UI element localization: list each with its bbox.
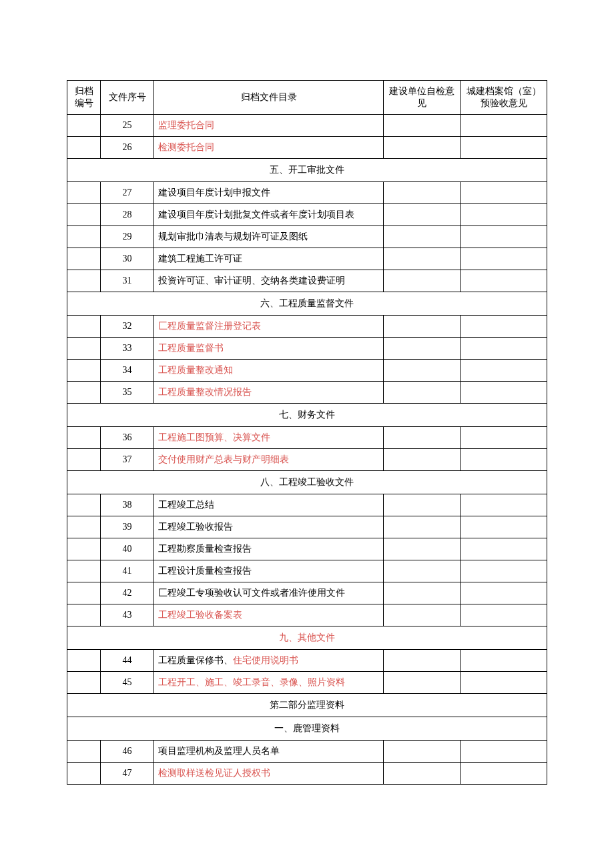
cell-seq: 47 xyxy=(101,763,154,785)
cell-seq: 32 xyxy=(101,316,154,338)
cell-filename: 工程竣工验收报告 xyxy=(154,516,384,538)
table-row: 41工程设计质量检查报告 xyxy=(67,560,547,582)
cell-inspect xyxy=(384,582,460,604)
page: 归档编号 文件序号 归档文件目录 建设单位自检意见 城建档案馆（室）预验收意见 … xyxy=(0,0,614,851)
cell-inspect xyxy=(384,360,460,382)
table-row: 30建筑工程施工许可证 xyxy=(67,248,547,270)
col-header-seq: 文件序号 xyxy=(101,81,154,115)
table-row: 43工程竣工验收备案表 xyxy=(67,604,547,626)
table-header-row: 归档编号 文件序号 归档文件目录 建设单位自检意见 城建档案馆（室）预验收意见 xyxy=(67,81,547,115)
cell-accept xyxy=(460,449,547,471)
table-row: 46项目监理机构及监理人员名单 xyxy=(67,741,547,763)
cell-inspect xyxy=(384,650,460,672)
table-row: 47检测取样送检见证人授权书 xyxy=(67,763,547,785)
cell-inspect xyxy=(384,538,460,560)
table-row: 27建设项目年度计划申报文件 xyxy=(67,182,547,204)
cell-filename: 规划审批巾清表与规划许可证及图纸 xyxy=(154,226,384,248)
cell-seq: 44 xyxy=(101,650,154,672)
cell-filename: 检测取样送检见证人授权书 xyxy=(154,763,384,785)
col-header-inspect: 建设单位自检意见 xyxy=(384,81,460,115)
text-fragment: 工程质量保修书、 xyxy=(158,655,233,665)
cell-inspect xyxy=(384,338,460,360)
cell-accept xyxy=(460,494,547,516)
section-title: 九、其他文件 xyxy=(67,626,547,650)
cell-seq: 41 xyxy=(101,560,154,582)
section-row: 第二部分监理资料 xyxy=(67,694,547,717)
table-row: 31投资许可证、审计证明、交纳各类建设费证明 xyxy=(67,270,547,292)
cell-seq: 34 xyxy=(101,360,154,382)
cell-accept xyxy=(460,338,547,360)
cell-inspect xyxy=(384,763,460,785)
cell-filename: 监理委托合同 xyxy=(154,115,384,137)
cell-accept xyxy=(460,582,547,604)
cell-archive-id xyxy=(67,338,101,360)
cell-seq: 35 xyxy=(101,382,154,404)
cell-filename: 工程竣工总结 xyxy=(154,494,384,516)
cell-filename: 工程开工、施工、竣工录音、录像、照片资料 xyxy=(154,672,384,694)
cell-inspect xyxy=(384,182,460,204)
cell-archive-id xyxy=(67,248,101,270)
cell-archive-id xyxy=(67,427,101,449)
cell-accept xyxy=(460,516,547,538)
section-row: 五、开工审批文件 xyxy=(67,159,547,182)
cell-accept xyxy=(460,763,547,785)
cell-filename: 投资许可证、审计证明、交纳各类建设费证明 xyxy=(154,270,384,292)
table-row: 34工程质量整改通知 xyxy=(67,360,547,382)
table-row: 35工程质量整改情况报告 xyxy=(67,382,547,404)
cell-archive-id xyxy=(67,538,101,560)
cell-archive-id xyxy=(67,741,101,763)
cell-filename: 交付使用财产总表与财产明细表 xyxy=(154,449,384,471)
table-body: 25监理委托合同26检测委托合同五、开工审批文件27建设项目年度计划申报文件28… xyxy=(67,115,547,785)
cell-accept xyxy=(460,650,547,672)
section-title: 七、财务文件 xyxy=(67,404,547,427)
cell-archive-id xyxy=(67,494,101,516)
cell-archive-id xyxy=(67,115,101,137)
cell-accept xyxy=(460,182,547,204)
text-fragment: 住宅使用说明书 xyxy=(233,655,298,665)
section-row: 六、工程质量监督文件 xyxy=(67,292,547,316)
section-title: 第二部分监理资料 xyxy=(67,694,547,717)
cell-filename: 检测委托合同 xyxy=(154,137,384,159)
cell-archive-id xyxy=(67,763,101,785)
cell-archive-id xyxy=(67,316,101,338)
cell-archive-id xyxy=(67,582,101,604)
section-title: 六、工程质量监督文件 xyxy=(67,292,547,316)
cell-filename: 匚程竣工专项验收认可文件或者准许使用文件 xyxy=(154,582,384,604)
table-row: 25监理委托合同 xyxy=(67,115,547,137)
cell-seq: 42 xyxy=(101,582,154,604)
cell-seq: 26 xyxy=(101,137,154,159)
cell-inspect xyxy=(384,204,460,226)
cell-archive-id xyxy=(67,449,101,471)
cell-archive-id xyxy=(67,560,101,582)
cell-inspect xyxy=(384,494,460,516)
col-header-accept: 城建档案馆（室）预验收意见 xyxy=(460,81,547,115)
cell-archive-id xyxy=(67,270,101,292)
table-row: 29规划审批巾清表与规划许可证及图纸 xyxy=(67,226,547,248)
table-row: 36工程施工图预算、决算文件 xyxy=(67,427,547,449)
cell-filename: 工程施工图预算、决算文件 xyxy=(154,427,384,449)
cell-seq: 40 xyxy=(101,538,154,560)
cell-filename: 工程设计质量检查报告 xyxy=(154,560,384,582)
section-row: 八、工程竣工验收文件 xyxy=(67,471,547,494)
cell-seq: 30 xyxy=(101,248,154,270)
cell-accept xyxy=(460,248,547,270)
table-row: 37交付使用财产总表与财产明细表 xyxy=(67,449,547,471)
archive-table: 归档编号 文件序号 归档文件目录 建设单位自检意见 城建档案馆（室）预验收意见 … xyxy=(67,80,547,785)
cell-archive-id xyxy=(67,382,101,404)
cell-seq: 28 xyxy=(101,204,154,226)
cell-inspect xyxy=(384,270,460,292)
cell-filename: 建筑工程施工许可证 xyxy=(154,248,384,270)
cell-archive-id xyxy=(67,226,101,248)
cell-accept xyxy=(460,226,547,248)
cell-archive-id xyxy=(67,204,101,226)
cell-archive-id xyxy=(67,516,101,538)
table-row: 32匚程质量监督注册登记表 xyxy=(67,316,547,338)
table-row: 38工程竣工总结 xyxy=(67,494,547,516)
cell-inspect xyxy=(384,604,460,626)
section-title: 八、工程竣工验收文件 xyxy=(67,471,547,494)
table-row: 40工程勘察质量检查报告 xyxy=(67,538,547,560)
cell-inspect xyxy=(384,226,460,248)
cell-accept xyxy=(460,115,547,137)
cell-filename: 项目监理机构及监理人员名单 xyxy=(154,741,384,763)
cell-accept xyxy=(460,672,547,694)
